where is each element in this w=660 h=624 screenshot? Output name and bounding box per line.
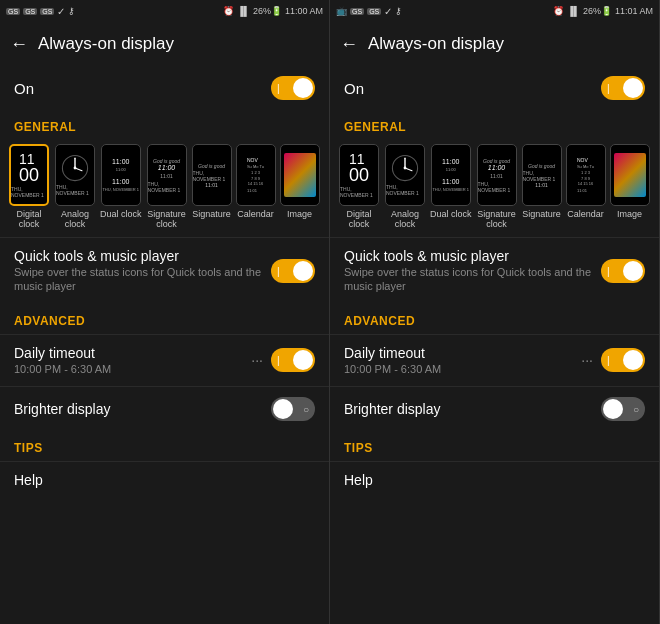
help-title-left: Help — [14, 472, 43, 488]
clock-digital-left[interactable]: 1100 THU, NOVEMBER 1 Digital clock — [8, 144, 50, 229]
toggle-knob — [623, 78, 643, 98]
cal-month: NOV — [247, 157, 264, 163]
icon-signal: ▐▌ — [237, 6, 250, 16]
icon-gs2r: GS — [367, 8, 381, 15]
icon-keyr: ⚷ — [395, 6, 402, 16]
clock-label-calendar: Calendar — [237, 209, 274, 219]
image-preview-r — [614, 153, 646, 197]
clock-thumb-image — [280, 144, 320, 206]
header-left: ← Always-on display — [0, 22, 329, 66]
toggle-icon: ○ — [633, 403, 639, 414]
quick-tools-toggle-right[interactable]: | — [601, 259, 645, 283]
digital-clock-date-r: THU, NOVEMBER 1 — [340, 186, 378, 198]
analog-date-r: THU, NOVEMBER 1 — [386, 184, 424, 196]
status-right-icons: ⏰ ▐▌ 26%🔋 11:00 AM — [223, 6, 323, 16]
daily-timeout-subtitle-left: 10:00 PM - 6:30 AM — [14, 362, 251, 376]
icon-checkr: ✓ — [384, 6, 392, 17]
back-button-left[interactable]: ← — [10, 34, 28, 55]
icon-alarm: ⏰ — [223, 6, 234, 16]
clock-sig2-right[interactable]: God is good THU, NOVEMBER 1 11:01 Signat… — [522, 144, 562, 229]
clock-image-right[interactable]: Image — [610, 144, 650, 229]
toggle-knob — [293, 78, 313, 98]
icon-battery-right: 26%🔋 — [583, 6, 612, 16]
brighter-display-toggle-right[interactable]: ○ — [601, 397, 645, 421]
brighter-display-text-right: Brighter display — [344, 401, 601, 417]
on-toggle-right[interactable]: | — [601, 76, 645, 100]
quick-tools-title-left: Quick tools & music player — [14, 248, 271, 264]
clock-signature-right[interactable]: God is good 11:00 11:01 THU, NOVEMBER 1 … — [476, 144, 518, 229]
clock-label-sig2: Signature — [192, 209, 231, 219]
cal-time: 11:01 — [247, 188, 264, 193]
clock-label-calendar-r: Calendar — [567, 209, 604, 219]
quick-tools-row-right: Quick tools & music player Swipe over th… — [330, 237, 659, 304]
quick-tools-text-right: Quick tools & music player Swipe over th… — [344, 248, 601, 294]
brighter-display-row-right: Brighter display ○ — [330, 386, 659, 431]
page-title-right: Always-on display — [368, 34, 504, 54]
sig2-time-r: THU, NOVEMBER 1 — [523, 170, 561, 182]
daily-timeout-menu-right[interactable]: ··· — [581, 352, 593, 368]
toggle-icon: ○ — [303, 403, 309, 414]
analog-svg — [61, 154, 89, 182]
clock-calendar-right[interactable]: NOV Su Mo Tu 1 2 3 7 8 9 14 15 16 11:01 … — [566, 144, 606, 229]
clock-thumb-dual-r: 11:00 11:00 11:00 THU, NOVEMBER 1 — [431, 144, 471, 206]
sig2-text-r: God is good — [528, 163, 555, 169]
clock-thumb-analog: THU, NOVEMBER 1 — [55, 144, 95, 206]
clock-label-sig2-r: Signature — [522, 209, 561, 219]
right-panel: 📺 GS GS ✓ ⚷ ⏰ ▐▌ 26%🔋 11:01 AM ← Always-… — [330, 0, 660, 624]
clock-thumb-digital: 1100 THU, NOVEMBER 1 — [9, 144, 49, 206]
clock-image-left[interactable]: Image — [280, 144, 320, 229]
brighter-display-toggle-left[interactable]: ○ — [271, 397, 315, 421]
dual-time1-r: 11:00 — [442, 158, 460, 165]
clock-calendar-left[interactable]: NOV Su Mo Tu 1 2 3 7 8 9 14 15 16 11:01 … — [236, 144, 276, 229]
clock-thumb-sig2: God is good THU, NOVEMBER 1 11:01 — [192, 144, 232, 206]
clock-sig2-left[interactable]: God is good THU, NOVEMBER 1 11:01 Signat… — [192, 144, 232, 229]
clock-label-digital: Digital clock — [8, 209, 50, 229]
clock-time-left: 11:00 AM — [285, 6, 323, 16]
clock-dual-left[interactable]: 11:00 11:00 11:00 THU, NOVEMBER 1 Dual c… — [100, 144, 142, 229]
clock-digital-right[interactable]: 1100 THU, NOVEMBER 1 Digital clock — [338, 144, 380, 229]
icon-gs2: GS — [23, 8, 37, 15]
help-row-left[interactable]: Help — [0, 461, 329, 498]
quick-tools-subtitle-right: Swipe over the status icons for Quick to… — [344, 265, 601, 294]
daily-timeout-menu-left[interactable]: ··· — [251, 352, 263, 368]
clock-analog-left[interactable]: THU, NOVEMBER 1 Analog clock — [54, 144, 96, 229]
dual-date1: 11:00 — [116, 167, 126, 172]
icon-gs1: GS — [6, 8, 20, 15]
general-header-left: GENERAL — [0, 110, 329, 140]
general-header-right: GENERAL — [330, 110, 659, 140]
on-toggle-left[interactable]: | — [271, 76, 315, 100]
daily-timeout-title-right: Daily timeout — [344, 345, 581, 361]
daily-timeout-toggle-left[interactable]: | — [271, 348, 315, 372]
icon-twitch: 📺 — [336, 6, 347, 16]
toggle-knob — [623, 261, 643, 281]
clock-analog-right[interactable]: THU, NOVEMBER 1 Analog clock — [384, 144, 426, 229]
on-label-left: On — [14, 80, 34, 97]
on-toggle-row-right: On | — [330, 66, 659, 110]
cal-grid: Su Mo Tu 1 2 3 7 8 9 14 15 16 — [247, 164, 264, 186]
status-left-icons-right: 📺 GS GS ✓ ⚷ — [336, 6, 402, 17]
daily-timeout-toggle-right[interactable]: | — [601, 348, 645, 372]
toggle-knob — [293, 350, 313, 370]
quick-tools-text-left: Quick tools & music player Swipe over th… — [14, 248, 271, 294]
icon-gs1r: GS — [350, 8, 364, 15]
analog-svg-r — [391, 154, 419, 182]
clock-signature-left[interactable]: God is good 11:00 11:01 THU, NOVEMBER 1 … — [146, 144, 188, 229]
brighter-display-title-left: Brighter display — [14, 401, 271, 417]
clock-thumb-analog-r: THU, NOVEMBER 1 — [385, 144, 425, 206]
status-bar-left: GS GS GS ✓ ⚷ ⏰ ▐▌ 26%🔋 11:00 AM — [0, 0, 329, 22]
quick-tools-toggle-left[interactable]: | — [271, 259, 315, 283]
dual-date1-r: 11:00 — [446, 167, 456, 172]
clock-label-analog: Analog clock — [54, 209, 96, 229]
daily-timeout-row-left: Daily timeout 10:00 PM - 6:30 AM ··· | — [0, 334, 329, 386]
brighter-display-title-right: Brighter display — [344, 401, 601, 417]
clock-dual-right[interactable]: 11:00 11:00 11:00 THU, NOVEMBER 1 Dual c… — [430, 144, 472, 229]
sig-date2-r: THU, NOVEMBER 1 — [478, 181, 516, 193]
sig-time-r: 11:00 — [488, 164, 506, 171]
clock-label-dual-r: Dual clock — [430, 209, 472, 219]
help-row-right[interactable]: Help — [330, 461, 659, 498]
clock-time-right: 11:01 AM — [615, 6, 653, 16]
icon-key: ⚷ — [68, 6, 75, 16]
toggle-knob — [603, 399, 623, 419]
clock-label-image-r: Image — [617, 209, 642, 219]
back-button-right[interactable]: ← — [340, 34, 358, 55]
